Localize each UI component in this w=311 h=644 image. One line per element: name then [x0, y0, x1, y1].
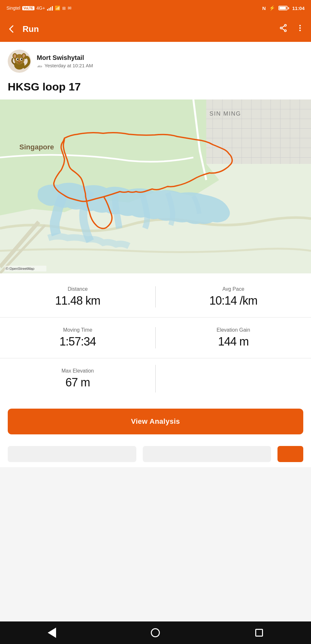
back-nav-button[interactable]	[42, 623, 62, 642]
battery-indicator	[278, 6, 289, 10]
more-options-button[interactable]	[296, 24, 305, 34]
stats-row-1: Distance 11.48 km Avg Pace 10:14 /km	[0, 277, 311, 317]
recent-nav-button[interactable]	[249, 623, 269, 642]
svg-text:SIN MING: SIN MING	[209, 110, 241, 117]
elevation-gain-stat: Elevation Gain 144 m	[156, 324, 311, 352]
bluetooth-icon: ⚡	[269, 5, 275, 11]
hint-item-2	[143, 446, 271, 462]
nav-bar: Run	[0, 16, 311, 42]
svg-point-17	[17, 59, 19, 60]
profile-section: Mort Swishytail Yesterday at 10:21 AM	[0, 42, 311, 78]
elevation-gain-value: 144 m	[218, 335, 248, 348]
avg-pace-label: Avg Pace	[222, 286, 244, 292]
share-button[interactable]	[279, 24, 288, 34]
map-container[interactable]: Singapore SIN MING © OpenStreetMap © Ope…	[0, 99, 311, 273]
btn-section: View Analysis	[0, 402, 311, 441]
svg-line-4	[282, 28, 285, 30]
volte-badge: VoLTE	[22, 6, 34, 10]
svg-point-18	[21, 59, 23, 60]
shoe-icon	[37, 63, 43, 69]
carrier-name: Singtel	[6, 5, 20, 11]
activity-title: HKSG loop 17	[0, 78, 311, 99]
moving-time-label: Moving Time	[63, 327, 92, 333]
signal-bars	[47, 5, 53, 11]
max-elevation-value: 67 m	[65, 376, 90, 389]
moving-time-stat: Moving Time 1:57:34	[0, 324, 155, 352]
hint-item-1	[8, 446, 136, 462]
avatar-image	[8, 50, 31, 73]
back-triangle-icon	[48, 628, 56, 638]
distance-label: Distance	[68, 286, 88, 292]
stats-section: Distance 11.48 km Avg Pace 10:14 /km Mov…	[0, 273, 311, 402]
home-circle-icon	[151, 628, 160, 637]
distance-value: 11.48 km	[55, 294, 100, 308]
network-type: 4G+	[36, 5, 45, 11]
empty-stat-cell	[156, 365, 311, 393]
home-nav-button[interactable]	[146, 623, 165, 642]
avg-pace-value: 10:14 /km	[209, 294, 257, 308]
svg-point-5	[299, 25, 301, 26]
max-elevation-stat: Max Elevation 67 m	[0, 365, 156, 393]
view-analysis-button[interactable]: View Analysis	[8, 409, 303, 434]
nfc-icon: N	[262, 5, 266, 11]
avatar	[8, 50, 31, 73]
bottom-hint-section	[0, 441, 311, 467]
status-bar: Singtel VoLTE 4G+ 📶 ⊞ ✉ N ⚡ 11:04	[0, 0, 311, 16]
elevation-gain-label: Elevation Gain	[217, 327, 250, 333]
main-content: Mort Swishytail Yesterday at 10:21 AM HK…	[0, 42, 311, 467]
bottom-nav-bar	[0, 621, 311, 644]
svg-point-7	[299, 30, 301, 31]
data-icon: ⊞	[62, 6, 66, 11]
stats-row-3: Max Elevation 67 m	[0, 358, 311, 399]
page-title: Run	[23, 24, 272, 34]
connection-icon: 📶	[55, 5, 60, 11]
nav-icons	[279, 24, 305, 34]
svg-point-13	[14, 54, 16, 58]
back-button[interactable]	[6, 24, 16, 34]
svg-point-19	[18, 61, 20, 62]
status-left: Singtel VoLTE 4G+ 📶 ⊞ ✉	[6, 5, 72, 11]
hint-btn[interactable]	[277, 446, 303, 462]
svg-text:© OpenStreetMap: © OpenStreetMap	[6, 267, 34, 270]
svg-text:Singapore: Singapore	[19, 143, 54, 151]
stats-row-2: Moving Time 1:57:34 Elevation Gain 144 m	[0, 317, 311, 358]
svg-line-3	[282, 26, 285, 28]
max-elevation-label: Max Elevation	[62, 368, 94, 374]
activity-timestamp: Yesterday at 10:21 AM	[44, 63, 93, 68]
status-right: N ⚡ 11:04	[262, 5, 305, 11]
clock-time: 11:04	[292, 5, 305, 11]
email-icon: ✉	[68, 5, 72, 11]
user-name: Mort Swishytail	[37, 54, 93, 62]
distance-stat: Distance 11.48 km	[0, 283, 155, 311]
avg-pace-stat: Avg Pace 10:14 /km	[156, 283, 311, 311]
svg-point-6	[299, 27, 301, 29]
profile-info: Mort Swishytail Yesterday at 10:21 AM	[37, 54, 93, 69]
activity-time: Yesterday at 10:21 AM	[37, 63, 93, 69]
moving-time-value: 1:57:34	[59, 335, 96, 348]
route-map: Singapore SIN MING © OpenStreetMap © Ope…	[0, 99, 311, 273]
recent-square-icon	[255, 629, 263, 637]
